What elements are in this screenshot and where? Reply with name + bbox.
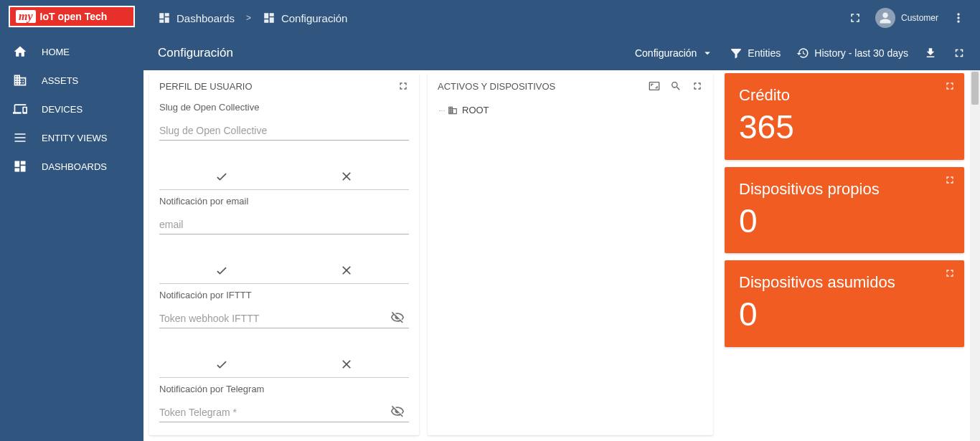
devices-icon bbox=[13, 102, 27, 116]
entities-label: Entities bbox=[748, 47, 781, 59]
confirm-button[interactable] bbox=[159, 257, 284, 283]
assets-title: ACTIVOS Y DISPOSITIVOS bbox=[438, 81, 555, 92]
user-role: Customer bbox=[901, 13, 938, 23]
profile-title: PERFIL DE USUARIO bbox=[159, 81, 253, 92]
cancel-button[interactable] bbox=[284, 257, 409, 283]
nav-list: HOME ASSETS DEVICES ENTITY VIEWS DASHBOA… bbox=[0, 33, 143, 181]
nav-label: ENTITY VIEWS bbox=[42, 133, 108, 143]
history-icon bbox=[796, 47, 809, 60]
main: Dashboards > Configuración Customer Conf… bbox=[143, 0, 980, 441]
home-icon bbox=[13, 44, 27, 59]
stats-column: Crédito365Dispositivos propios0Dispositi… bbox=[725, 73, 964, 435]
stat-value: 365 bbox=[739, 109, 950, 146]
dashboard-icon bbox=[263, 11, 275, 24]
state-select[interactable]: Configuración bbox=[635, 47, 714, 60]
stat-title: Crédito bbox=[739, 86, 950, 105]
scrollbar-thumb[interactable] bbox=[971, 72, 979, 105]
state-select-label: Configuración bbox=[635, 47, 697, 59]
fullscreen-icon[interactable] bbox=[848, 11, 862, 25]
confirm-button[interactable] bbox=[159, 163, 284, 189]
stat-card-0: Crédito365 bbox=[725, 73, 964, 160]
breadcrumb-separator: > bbox=[246, 13, 251, 23]
field-label: Slug de Open Collective bbox=[159, 102, 409, 113]
stat-value: 0 bbox=[739, 296, 950, 333]
history-button[interactable]: History - last 30 days bbox=[796, 47, 908, 60]
cancel-button[interactable] bbox=[284, 351, 409, 377]
breadcrumb-current-label: Configuración bbox=[281, 12, 348, 24]
search-icon[interactable] bbox=[670, 80, 682, 92]
view-icon bbox=[13, 131, 27, 145]
page-title: Configuración bbox=[158, 46, 233, 60]
aspect-ratio-icon[interactable] bbox=[649, 80, 660, 92]
stat-title: Dispositivos propios bbox=[739, 180, 950, 199]
filter-list-icon bbox=[730, 47, 743, 60]
fullscreen-icon[interactable] bbox=[692, 80, 703, 92]
profile-input-3[interactable] bbox=[159, 407, 409, 418]
more-vert-icon[interactable] bbox=[951, 11, 966, 25]
history-label: History - last 30 days bbox=[814, 47, 908, 59]
logo[interactable]: my IoT open Tech bbox=[0, 0, 143, 33]
nav-label: ASSETS bbox=[42, 75, 78, 86]
assets-widget: ACTIVOS Y DISPOSITIVOS ROOT bbox=[428, 73, 713, 435]
entities-button[interactable]: Entities bbox=[730, 47, 781, 60]
fullscreen-icon[interactable] bbox=[944, 174, 956, 186]
tree-root-label: ROOT bbox=[462, 105, 489, 115]
visibility-off-icon[interactable] bbox=[390, 404, 405, 419]
nav-label: HOME bbox=[42, 47, 70, 57]
stat-card-1: Dispositivos propios0 bbox=[725, 167, 964, 254]
breadcrumb-root-label: Dashboards bbox=[176, 12, 235, 24]
sidebar-item-entity-views[interactable]: ENTITY VIEWS bbox=[0, 123, 143, 152]
fullscreen-icon[interactable] bbox=[953, 47, 966, 60]
stat-title: Dispositivos asumidos bbox=[739, 273, 950, 292]
content: PERFIL DE USUARIO Slug de Open Collectiv… bbox=[143, 70, 980, 441]
user-chip[interactable]: Customer bbox=[875, 8, 938, 28]
logo-text: IoT open Tech bbox=[40, 11, 108, 22]
stat-value: 0 bbox=[739, 203, 950, 240]
chevron-down-icon bbox=[701, 47, 714, 60]
nav-label: DASHBOARDS bbox=[42, 161, 107, 172]
field-label: Notificación por IFTTT bbox=[159, 290, 409, 300]
breadcrumb-root[interactable]: Dashboards bbox=[158, 11, 235, 24]
domain-icon bbox=[448, 105, 458, 115]
profile-input-0[interactable] bbox=[159, 125, 409, 136]
field-label: Notificación por Telegram bbox=[159, 384, 409, 394]
download-icon[interactable] bbox=[924, 47, 937, 60]
stat-card-2: Dispositivos asumidos0 bbox=[725, 260, 964, 347]
tree-root[interactable]: ROOT bbox=[438, 102, 703, 118]
fullscreen-icon[interactable] bbox=[944, 80, 956, 92]
topbar: Dashboards > Configuración Customer bbox=[143, 0, 980, 36]
profile-input-1[interactable] bbox=[159, 219, 409, 230]
sidebar-item-devices[interactable]: DEVICES bbox=[0, 95, 143, 123]
sidebar-item-dashboards[interactable]: DASHBOARDS bbox=[0, 152, 143, 181]
logo-script: my bbox=[16, 10, 36, 23]
profile-widget: PERFIL DE USUARIO Slug de Open Collectiv… bbox=[149, 73, 419, 435]
dashboard-icon bbox=[158, 11, 171, 24]
nav-label: DEVICES bbox=[42, 104, 83, 115]
dashboard-icon bbox=[13, 159, 27, 174]
fullscreen-icon[interactable] bbox=[944, 267, 956, 279]
fullscreen-icon[interactable] bbox=[397, 80, 409, 92]
sidebar: my IoT open Tech HOME ASSETS DEVICES ENT… bbox=[0, 0, 143, 441]
breadcrumb: Dashboards > Configuración bbox=[158, 11, 347, 24]
confirm-button[interactable] bbox=[159, 351, 284, 377]
breadcrumb-current[interactable]: Configuración bbox=[263, 11, 348, 24]
domain-icon bbox=[13, 73, 27, 87]
scrollbar-track[interactable] bbox=[970, 70, 980, 441]
field-label: Notificación por email bbox=[159, 196, 409, 207]
cancel-button[interactable] bbox=[284, 163, 409, 189]
subbar: Configuración Configuración Entities His… bbox=[143, 36, 980, 70]
sidebar-item-home[interactable]: HOME bbox=[0, 37, 143, 66]
sidebar-item-assets[interactable]: ASSETS bbox=[0, 66, 143, 95]
visibility-off-icon[interactable] bbox=[390, 310, 405, 325]
profile-input-2[interactable] bbox=[159, 313, 409, 324]
avatar bbox=[875, 8, 895, 28]
